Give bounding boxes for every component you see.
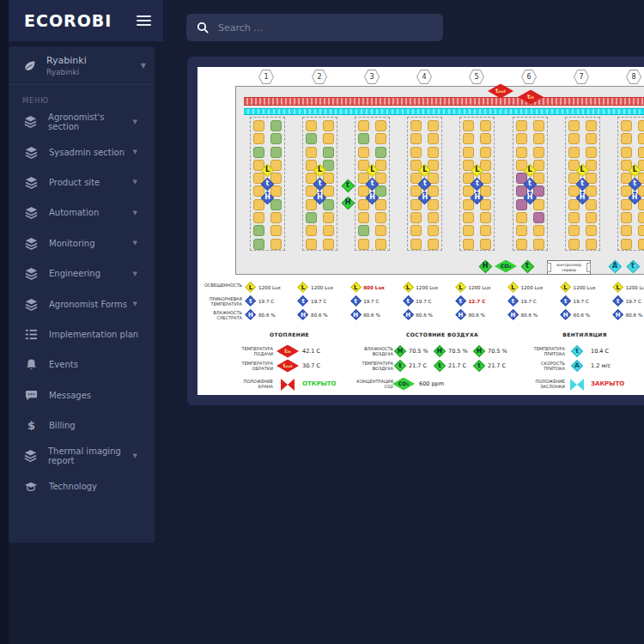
heating-valve-icon [281, 378, 295, 394]
root-temp-sensor-icon: t [418, 178, 431, 191]
sidebar-item-implementation-plan[interactable]: Implementation plan [9, 319, 155, 349]
stat-value: 80.6 % [363, 313, 380, 318]
sidebar-item-technology[interactable]: Technology [9, 471, 155, 501]
group-row-label: ВЛАЖНОСТЬ ВОЗДУХА [350, 346, 393, 356]
sidebar-item-label: Automation [49, 208, 99, 217]
light-sensor-icon: L [524, 164, 537, 177]
layers-icon [24, 236, 38, 250]
substrate-humidity-sensor-icon: H [524, 191, 537, 204]
stat-value: 1200 Lux [626, 285, 644, 290]
bell-icon [24, 358, 38, 372]
plant-cell [463, 225, 474, 236]
sidebar-item-label: Sysadmin section [49, 148, 125, 157]
chevron-down-icon: ▼ [133, 270, 137, 277]
section-number-label: 6 [522, 70, 536, 83]
plant-cell [480, 147, 491, 158]
chat-icon [24, 388, 38, 402]
plant-cell [586, 133, 597, 144]
sidebar-item-sysadmin-section[interactable]: Sysadmin section▼ [9, 137, 155, 167]
airflow-speed-sensor-icon: A [571, 360, 583, 372]
plant-cell [533, 147, 544, 158]
light-sensor-icon: L [261, 164, 274, 177]
organization-selector[interactable]: Ryabinki Ryabinki ▼ [9, 46, 155, 85]
sidebar-item-events[interactable]: Events [9, 349, 155, 380]
sidebar-item-product-site[interactable]: Product site▼ [9, 167, 155, 197]
substrate-humidity-sensor-icon: H [418, 191, 431, 204]
sidebar-item-billing[interactable]: $Billing [9, 410, 155, 440]
search-icon [197, 21, 209, 33]
hamburger-menu-icon[interactable] [137, 15, 151, 26]
plant-cell [410, 133, 422, 144]
search-input[interactable] [216, 21, 433, 34]
organization-name: Ryabinki [46, 55, 87, 66]
section-number-hex-2[interactable]: 2 [312, 70, 327, 84]
plant-cell [463, 239, 474, 250]
stat-value: 80.6 % [521, 313, 538, 318]
air-temp-sensor-icon: t [521, 260, 534, 273]
root-temp-sensor-icon: t [629, 178, 641, 191]
sidebar-item-label: Billing [49, 421, 76, 430]
layers-icon [24, 449, 37, 463]
group-row-label: СКОРОСТЬ ПРИТОКА [522, 361, 565, 371]
search-bar[interactable] [186, 14, 443, 41]
air-humidity-sensor-icon: H [434, 345, 446, 357]
sidebar-item-automation[interactable]: Automation▼ [9, 197, 155, 228]
sidebar-header: ECOROBI [9, 0, 163, 41]
section-number-hex-4[interactable]: 4 [416, 70, 432, 84]
plant-cell [516, 225, 527, 236]
plant-cell [516, 239, 527, 250]
stat-value: 1200 Lux [311, 285, 333, 290]
plant-cell [253, 120, 264, 131]
plant-cell [480, 239, 491, 250]
plant-cell [621, 133, 632, 144]
heating-title: ОТОПЛЕНИЕ [251, 331, 328, 337]
plant-cell [358, 212, 369, 223]
plant-cell [428, 120, 439, 131]
plant-cell [410, 239, 422, 250]
sidebar-item-monitoring[interactable]: Monitoring▼ [9, 228, 155, 258]
plant-cell [586, 225, 597, 236]
stat-value: 1200 Lux [258, 285, 281, 290]
plant-cell [358, 133, 369, 144]
substrate-humidity-sensor-icon: H [366, 191, 379, 204]
plant-cell [621, 212, 632, 223]
sidebar-item-thermal-imaging-report[interactable]: Thermal imaging report▼ [9, 440, 155, 471]
section-number-hex-8[interactable]: 8 [626, 70, 641, 84]
chevron-down-icon: ▼ [133, 301, 137, 307]
heating-pipe [244, 97, 644, 106]
section-number-hex-6[interactable]: 6 [521, 70, 537, 84]
group-value: ЗАКРЫТО [591, 380, 624, 387]
plant-cell [323, 133, 334, 144]
group-value: 600 ppm [419, 380, 444, 387]
plant-cell [533, 120, 544, 131]
plant-cell [270, 147, 282, 158]
plant-cell [428, 133, 439, 144]
light-sensor-icon: L [418, 164, 431, 177]
substrate-humidity-sensor-icon: H [261, 191, 274, 204]
sidebar-item-agronomist-s-section[interactable]: Agronomist's section▼ [9, 106, 155, 137]
airflow-speed-sensor-icon: A [609, 260, 622, 273]
chevron-down-icon: ▼ [133, 179, 137, 185]
sidebar-item-agronomist-forms[interactable]: Agronomist Forms▼ [9, 289, 155, 319]
section-number-hex-3[interactable]: 3 [364, 70, 380, 84]
stat-value: 19.7 C [311, 299, 326, 304]
section-number-hex-5[interactable]: 5 [469, 70, 484, 84]
air-temp-sensor-icon: t [342, 179, 355, 192]
plant-cell [480, 120, 491, 131]
air-humidity-sensor-icon: H [473, 345, 485, 357]
stat-value: 1200 Lux [574, 285, 596, 290]
section-number-label: 5 [470, 70, 483, 83]
plant-cell [410, 225, 422, 236]
stat-value: 1200 Lux [521, 285, 544, 290]
sidebar-item-engineering[interactable]: Engineering▼ [9, 258, 155, 289]
sidebar-item-messages[interactable]: Messages [9, 380, 155, 410]
section-number-label: 2 [313, 70, 326, 83]
plant-cell [323, 147, 334, 158]
section-number-hex-7[interactable]: 7 [574, 70, 589, 84]
plant-cell [375, 225, 386, 236]
root-temp-sensor-icon: t [576, 178, 589, 191]
section-number-hex-1[interactable]: 1 [258, 70, 274, 84]
plant-cell [253, 225, 264, 236]
plant-cell [270, 225, 282, 236]
light-sensor-icon: L [455, 283, 466, 294]
